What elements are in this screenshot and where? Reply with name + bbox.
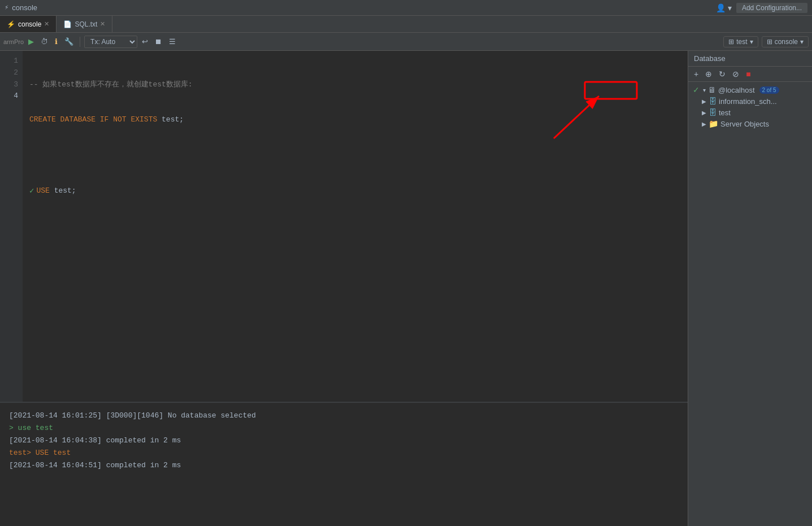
app-title: console [12, 3, 37, 12]
output-line-2: > use test [9, 422, 679, 434]
sidebar-copy-btn[interactable]: ⊕ [703, 68, 714, 80]
sidebar-add-btn[interactable]: + [692, 68, 701, 80]
database-sidebar: Database + ⊕ ↻ ⊘ ■ ✓ ▾ 🖥 @localhost 2 of… [688, 51, 812, 526]
console-tab-label: console [18, 20, 41, 28]
tx-dropdown[interactable]: Tx: Auto Tx: Manual [84, 36, 137, 48]
line-num-2: 2 [5, 67, 18, 79]
sidebar-filter-btn[interactable]: ⊘ [730, 68, 741, 80]
localhost-check-icon: ✓ [693, 85, 700, 94]
keyword-use: USE [36, 185, 54, 197]
localhost-label: @localhost [718, 86, 755, 94]
sidebar-toolbar: + ⊕ ↻ ⊘ ■ [688, 67, 812, 82]
console-selector-chevron: ▾ [800, 38, 804, 46]
sql-tab-close[interactable]: ✕ [100, 20, 105, 28]
test-db-icon: 🗄 [709, 108, 717, 117]
arm-pro-label: armPro [3, 38, 24, 45]
schema-label: test [736, 38, 747, 46]
code-line-3 [29, 149, 681, 161]
schema-chevron: ▾ [750, 38, 753, 46]
history-button[interactable]: ⏱ [38, 36, 50, 47]
tree-item-test-db[interactable]: ▶ 🗄 test [688, 107, 812, 118]
test-db-arrow: ▶ [702, 110, 706, 116]
sql-tab-label: SQL.txt [75, 20, 97, 28]
title-bar: ⚡ console 👤 ▾ Add Configuration... [0, 0, 812, 16]
output-line-3: [2021-08-14 16:04:38] completed in 2 ms [9, 434, 679, 447]
line-num-4: 4 [5, 90, 18, 102]
server-objects-arrow: ▶ [702, 121, 706, 127]
tab-sql[interactable]: 📄 SQL.txt ✕ [57, 16, 112, 32]
console-selector[interactable]: ⊞ console ▾ [762, 36, 809, 47]
localhost-arrow: ▾ [703, 87, 706, 93]
info-schema-label: information_sch... [719, 97, 777, 106]
server-objects-folder-icon: 📁 [709, 119, 718, 128]
info-schema-db-icon: 🗄 [709, 97, 717, 106]
settings-button[interactable]: 🔧 [62, 36, 76, 47]
db-name-2: test; [54, 185, 76, 197]
line-check-4: ✓ [29, 185, 34, 197]
db-name-1: test; [162, 114, 184, 126]
sql-tab-icon: 📄 [63, 20, 72, 28]
tab-bar: ⚡ console ✕ 📄 SQL.txt ✕ [0, 16, 812, 33]
code-comment-1: -- 如果test数据库不存在，就创建test数据库: [29, 79, 193, 91]
keyword-create: CREATE DATABASE IF NOT EXISTS [29, 114, 162, 126]
empty-line [29, 149, 34, 161]
console-selector-icon: ⊞ [767, 38, 772, 46]
info-schema-arrow: ▶ [702, 98, 706, 105]
line-num-3: 3 [5, 79, 18, 91]
test-db-label: test [719, 108, 731, 117]
code-line-4: ✓ USE test; [29, 185, 681, 197]
output-pane[interactable]: [2021-08-14 16:01:25] [3D000][1046] No d… [0, 402, 688, 526]
tree-item-localhost[interactable]: ✓ ▾ 🖥 @localhost 2 of 5 [688, 84, 812, 95]
toolbar: armPro ▶ ⏱ ℹ 🔧 Tx: Auto Tx: Manual ↩ ⏹ ☰… [0, 33, 812, 51]
tree-item-information-schema[interactable]: ▶ 🗄 information_sch... [688, 95, 812, 107]
line-num-1: 1 [5, 55, 18, 67]
run-button[interactable]: ▶ [26, 36, 36, 47]
sidebar-stop-btn[interactable]: ■ [744, 68, 753, 80]
console-tab-close[interactable]: ✕ [44, 20, 49, 28]
toolbar-right: ⊞ test ▾ ⊞ console ▾ [723, 36, 809, 47]
info-button[interactable]: ℹ [53, 36, 60, 47]
editor-container: 1 2 3 4 -- 如果test数据库不存在，就创建test数据库: CREA… [0, 51, 688, 526]
undo-button[interactable]: ↩ [140, 36, 150, 47]
grid-button[interactable]: ☰ [167, 36, 178, 47]
output-line-4: test> USE test [9, 447, 679, 459]
sidebar-header: Database [688, 51, 812, 67]
separator-1 [80, 37, 80, 47]
schema-icon: ⊞ [728, 38, 734, 46]
user-menu-button[interactable]: 👤 ▾ [716, 3, 732, 12]
server-objects-label: Server Objects [720, 120, 769, 128]
code-content[interactable]: -- 如果test数据库不存在，就创建test数据库: CREATE DATAB… [23, 51, 688, 402]
stop-button[interactable]: ⏹ [153, 36, 164, 47]
localhost-badge: 2 of 5 [759, 86, 779, 94]
output-line-1: [2021-08-14 16:01:25] [3D000][1046] No d… [9, 410, 679, 422]
main-area: 1 2 3 4 -- 如果test数据库不存在，就创建test数据库: CREA… [0, 51, 812, 526]
sidebar-tree: ✓ ▾ 🖥 @localhost 2 of 5 ▶ 🗄 information_… [688, 82, 812, 526]
title-bar-right: 👤 ▾ Add Configuration... [716, 3, 807, 13]
output-line-5: [2021-08-14 16:04:51] completed in 2 ms [9, 459, 679, 472]
sidebar-title: Database [694, 54, 726, 63]
tree-item-server-objects[interactable]: ▶ 📁 Server Objects [688, 118, 812, 129]
localhost-server-icon: 🖥 [708, 85, 716, 94]
console-selector-label: console [775, 38, 798, 46]
add-configuration-button[interactable]: Add Configuration... [736, 3, 807, 13]
code-line-1: -- 如果test数据库不存在，就创建test数据库: [29, 79, 681, 91]
app-icon: ⚡ [5, 3, 8, 12]
line-numbers: 1 2 3 4 [0, 51, 23, 402]
console-tab-icon: ⚡ [7, 20, 15, 28]
tab-console[interactable]: ⚡ console ✕ [0, 16, 57, 32]
code-line-2: CREATE DATABASE IF NOT EXISTS test; [29, 114, 681, 126]
schema-selector[interactable]: ⊞ test ▾ [723, 36, 758, 47]
code-editor[interactable]: 1 2 3 4 -- 如果test数据库不存在，就创建test数据库: CREA… [0, 51, 688, 402]
sidebar-refresh-btn[interactable]: ↻ [717, 68, 728, 80]
